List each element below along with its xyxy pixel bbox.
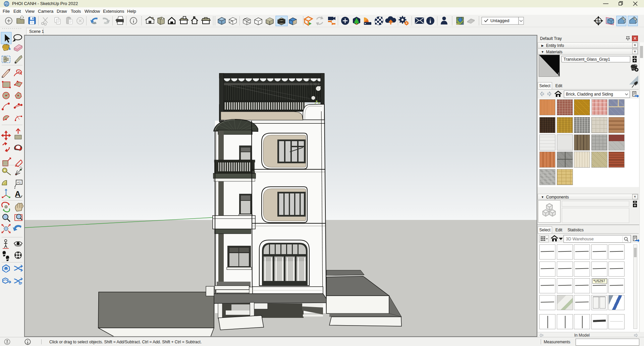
svg-text:A: A [15, 189, 20, 198]
svg-text:C: C [597, 18, 599, 20]
svg-text:A B: A B [596, 21, 600, 24]
svg-text:Untagged: Untagged [490, 18, 509, 23]
svg-text:A1: A1 [17, 181, 21, 184]
